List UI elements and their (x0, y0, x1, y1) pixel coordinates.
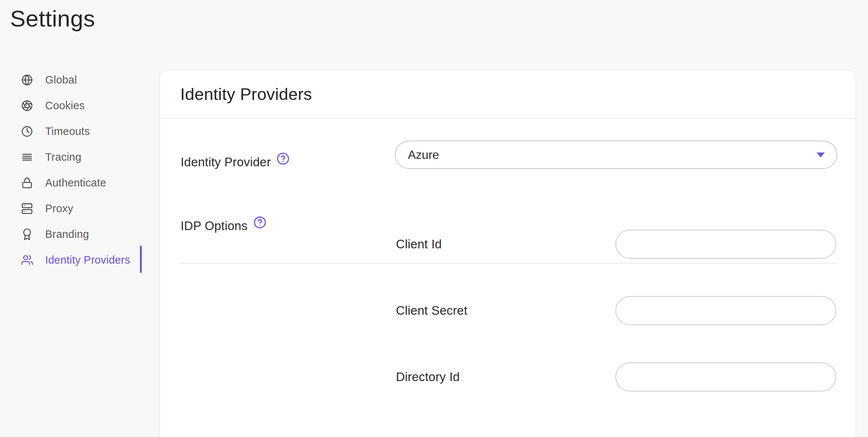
section-divider (179, 263, 837, 264)
client-id-input[interactable] (615, 230, 836, 259)
page-title: Settings (10, 5, 95, 32)
sidebar-item-label: Authenticate (45, 177, 106, 189)
help-circle-icon[interactable] (253, 216, 266, 229)
globe-icon (21, 74, 33, 86)
client-id-label: Client Id (396, 237, 442, 251)
sidebar-item-timeouts[interactable]: Timeouts (0, 119, 160, 144)
help-circle-icon[interactable] (277, 152, 290, 165)
directory-id-row: Directory Id (160, 362, 855, 392)
panel-body: Identity Provider Azure IDP Options Clie… (160, 119, 855, 437)
sidebar-item-label: Identity Providers (45, 254, 130, 266)
users-icon (21, 254, 33, 266)
clock-icon (21, 126, 33, 137)
sidebar-item-branding[interactable]: Branding (0, 221, 160, 247)
identity-provider-label: Identity Provider (181, 155, 290, 169)
panel-title: Identity Providers (180, 85, 312, 104)
server-icon (21, 203, 33, 214)
sidebar-item-global[interactable]: Global (0, 67, 160, 93)
client-secret-row: Client Secret (160, 296, 855, 325)
lock-icon (21, 177, 33, 189)
sidebar-item-label: Global (45, 74, 77, 86)
identity-provider-select[interactable]: Azure (395, 141, 837, 169)
sidebar-item-cookies[interactable]: Cookies (0, 93, 160, 119)
client-secret-label: Client Secret (396, 304, 468, 318)
settings-sidebar: Global Cookies Timeouts Tracing Authenti… (0, 67, 160, 273)
client-secret-input[interactable] (615, 296, 836, 325)
client-id-row: Client Id (160, 230, 855, 259)
aperture-icon (21, 100, 33, 111)
sidebar-item-identity-providers[interactable]: Identity Providers (0, 247, 160, 273)
sidebar-item-proxy[interactable]: Proxy (0, 196, 160, 221)
identity-providers-panel: Identity Providers Identity Provider Azu… (160, 70, 856, 437)
panel-header: Identity Providers (160, 70, 855, 119)
sidebar-item-label: Branding (45, 228, 89, 240)
sidebar-item-authenticate[interactable]: Authenticate (0, 170, 160, 196)
active-item-indicator (140, 246, 142, 273)
chevron-down-icon (817, 153, 825, 157)
sidebar-item-tracing[interactable]: Tracing (0, 144, 160, 170)
directory-id-label: Directory Id (396, 370, 460, 384)
identity-provider-label-text: Identity Provider (181, 155, 271, 169)
sidebar-item-label: Proxy (45, 202, 73, 215)
sidebar-item-label: Cookies (45, 100, 85, 112)
directory-id-input[interactable] (615, 362, 836, 392)
align-justify-icon (21, 151, 33, 163)
sidebar-item-label: Timeouts (45, 125, 90, 138)
identity-provider-selected-value: Azure (408, 148, 439, 162)
sidebar-item-label: Tracing (45, 151, 81, 163)
award-icon (21, 229, 33, 240)
